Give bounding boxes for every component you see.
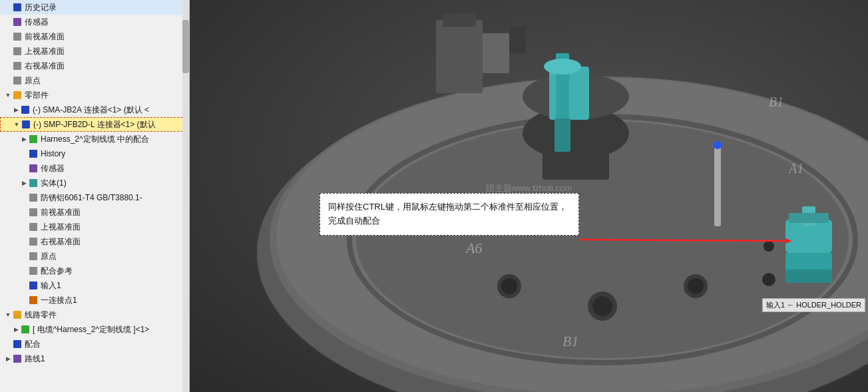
tree-toggle-harness2[interactable]: ▶	[20, 136, 28, 142]
tree-item-right-plane2[interactable]: 右视基准面	[0, 234, 189, 249]
svg-rect-15	[509, 27, 526, 53]
tree-toggle-smp-jfb2d[interactable]: ▼	[13, 121, 21, 128]
tree-label-mate-ref: 配合参考	[41, 266, 73, 277]
folder-icon	[12, 90, 23, 100]
tree-item-front-plane2[interactable]: 前视基准面	[0, 205, 189, 220]
origin-icon	[28, 251, 39, 262]
tree-label-sensor1: 传感器	[25, 17, 49, 28]
tree-item-history2[interactable]: History	[0, 146, 189, 161]
cable-icon	[20, 324, 31, 335]
input-label: 输入1 ← HOLDER_HOLDER	[762, 298, 865, 312]
tree-item-connection1[interactable]: 一连接点1	[0, 293, 189, 307]
tree-label-input1: 输入1	[41, 280, 61, 292]
material-icon	[28, 192, 39, 203]
svg-point-26	[688, 278, 704, 294]
origin-icon	[12, 75, 23, 86]
tree-toggle-body1[interactable]: ▶	[20, 180, 28, 186]
svg-text:A1: A1	[787, 161, 803, 176]
svg-point-27	[763, 241, 774, 252]
part-icon	[21, 119, 31, 130]
sensor-icon	[12, 17, 23, 27]
svg-rect-12	[436, 20, 483, 93]
svg-rect-10	[554, 118, 570, 152]
tree-label-mate2: 配合	[25, 339, 41, 350]
ref-icon	[28, 266, 39, 276]
input-icon	[28, 280, 39, 291]
tree-label-cable1: [ 电缆^Harness_2^定制线缆 ]<1>	[33, 324, 149, 335]
tree-label-front-plane2: 前视基准面	[41, 207, 81, 218]
tree-item-harness2[interactable]: ▶Harness_2^定制线缆 中的配合	[0, 132, 189, 146]
tree-toggle-sma-jb2a[interactable]: ▶	[12, 106, 20, 113]
tree-label-smp-jfb2d: (-) SMP-JFB2D-L 连接器<1> (默认	[33, 119, 156, 130]
tree-item-wiring-parts[interactable]: ▼线路零件	[0, 307, 189, 322]
tree-item-material1[interactable]: 防锈铝6061-T4 GB/T3880.1-	[0, 190, 189, 205]
tree-label-history2: History	[41, 149, 65, 158]
plane-icon	[12, 46, 23, 57]
tree-item-input1[interactable]: 输入1	[0, 278, 189, 293]
tree-label-history: 历史记录	[25, 2, 57, 13]
tree-label-sensor2: 传感器	[41, 163, 65, 174]
tree-item-top-plane[interactable]: 上视基准面	[0, 44, 189, 59]
part-icon	[20, 104, 31, 115]
tree-label-sma-jb2a: (-) SMA-JB2A 连接器<1> (默认 <	[33, 104, 149, 116]
route-icon	[12, 353, 23, 364]
plane-icon	[28, 236, 39, 247]
svg-text:B1: B1	[562, 333, 578, 349]
svg-rect-13	[443, 13, 476, 27]
plane-icon	[12, 31, 23, 42]
plane-icon	[12, 61, 23, 71]
tree-item-mate-ref[interactable]: 配合参考	[0, 264, 189, 278]
mate-icon	[12, 339, 23, 349]
tree-label-parts-folder: 零部件	[25, 90, 49, 101]
scrollbar[interactable]	[182, 0, 189, 392]
tree-label-right-plane2: 右视基准面	[41, 236, 81, 248]
svg-point-22	[592, 296, 612, 316]
tree-item-front-plane[interactable]: 前视基准面	[0, 29, 189, 44]
tree-item-sma-jb2a[interactable]: ▶(-) SMA-JB2A 连接器<1> (默认 <	[0, 102, 189, 117]
connection-icon	[28, 295, 39, 305]
svg-rect-29	[714, 146, 721, 226]
tree-toggle-wiring-parts[interactable]: ▼	[4, 311, 12, 318]
svg-point-11	[544, 59, 581, 75]
tree-item-smp-jfb2d[interactable]: ▼(-) SMP-JFB2D-L 连接器<1> (默认	[0, 117, 189, 132]
plane-icon	[28, 207, 39, 218]
tree-label-front-plane: 前视基准面	[25, 31, 65, 43]
tree-label-origin2: 原点	[41, 251, 57, 262]
tree-item-top-plane2[interactable]: 上视基准面	[0, 220, 189, 234]
body-icon	[28, 178, 39, 188]
history-icon	[28, 148, 39, 159]
svg-point-28	[762, 273, 775, 286]
svg-rect-20	[789, 213, 829, 223]
folder-icon	[12, 309, 23, 320]
tree-label-harness2: Harness_2^定制线缆 中的配合	[41, 134, 149, 145]
tree-label-connection1: 一连接点1	[41, 295, 77, 306]
tree-item-route1[interactable]: ▶路线1	[0, 351, 189, 366]
annotation-text: 同样按住CTRL键，用鼠标左键拖动第二个标准件至相应位置，完成自动配合	[328, 202, 567, 226]
tree-toggle-route1[interactable]: ▶	[4, 355, 12, 362]
tree-item-cable1[interactable]: ▶[ 电缆^Harness_2^定制线缆 ]<1>	[0, 322, 189, 337]
cad-viewport: A6 B1 B1 A1 同样按住CTRL键，用鼠标左键拖动第二个标准件至相应位置…	[190, 0, 868, 392]
cable-icon	[28, 134, 39, 144]
tree-toggle-cable1[interactable]: ▶	[12, 326, 20, 333]
tree-item-origin1[interactable]: 原点	[0, 73, 189, 88]
tree-item-origin2[interactable]: 原点	[0, 249, 189, 264]
tree-label-route1: 路线1	[25, 353, 45, 365]
tree-item-sensor2[interactable]: 传感器	[0, 161, 189, 176]
annotation-box: 同样按住CTRL键，用鼠标左键拖动第二个标准件至相应位置，完成自动配合	[320, 193, 579, 236]
tree-item-parts-folder[interactable]: ▼零部件	[0, 88, 189, 102]
tree-item-mate2[interactable]: 配合	[0, 337, 189, 351]
svg-rect-19	[785, 270, 832, 283]
sensor-icon	[28, 163, 39, 174]
svg-rect-14	[483, 33, 509, 73]
tree-item-sensor1[interactable]: 传感器	[0, 15, 189, 29]
svg-text:A6: A6	[465, 240, 482, 256]
tree-label-body1: 实体(1)	[41, 178, 67, 189]
tree-item-body1[interactable]: ▶实体(1)	[0, 176, 189, 190]
scroll-thumb[interactable]	[182, 20, 189, 73]
svg-text:B1: B1	[769, 95, 783, 109]
tree-panel: 历史记录 传感器 前视基准面 上视基准面 右视基准面 原点▼零部件▶(-) SM…	[0, 0, 190, 392]
tree-label-top-plane: 上视基准面	[25, 46, 65, 57]
tree-toggle-parts-folder[interactable]: ▼	[4, 92, 12, 98]
tree-item-history[interactable]: 历史记录	[0, 0, 189, 15]
tree-item-right-plane[interactable]: 右视基准面	[0, 59, 189, 73]
